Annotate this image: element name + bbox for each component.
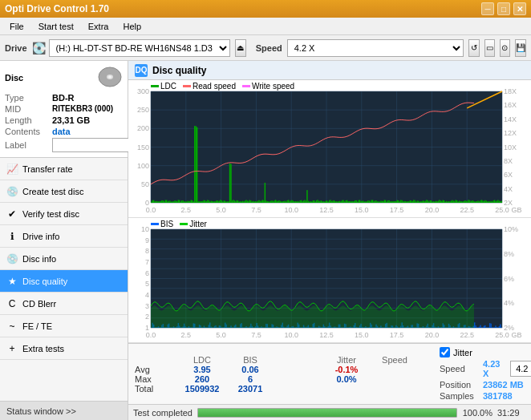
speed-dropdown[interactable]: 4.2 XMax6 X8 X [510, 361, 531, 377]
jitter-legend-label: Jitter [189, 220, 207, 228]
speed-value: 4.23 X [483, 359, 505, 378]
max-spacer [279, 374, 327, 384]
disc-small-icon [97, 66, 123, 90]
sidebar-item-disc-info[interactable]: 💿 Disc info [0, 248, 128, 270]
col-jitter-header: Jitter [327, 355, 375, 365]
menu-file[interactable]: File [3, 20, 30, 33]
type-value: BD-R [52, 93, 75, 103]
label-label: Label [5, 140, 49, 150]
drive-icon: 💽 [32, 42, 46, 55]
sidebar-item-create-test-disc-label: Create test disc [22, 187, 83, 196]
ldc-legend-label: LDC [160, 82, 176, 91]
create-test-disc-icon: 💿 [6, 186, 18, 197]
avg-label: Avg [135, 365, 183, 374]
status-window-label: Status window >> [6, 406, 76, 416]
sidebar-item-cd-blerr[interactable]: C CD Blerr [0, 293, 128, 315]
eject-button[interactable]: ⏏ [235, 39, 246, 57]
progress-label: Test completed [133, 408, 193, 418]
disc-info-icon: 💿 [6, 253, 18, 265]
samples-value: 381788 [483, 391, 523, 401]
main-layout: Disc Type BD-R MID RITEKBR3 (000) Lengt [0, 61, 531, 420]
drive-select[interactable]: (H:) HL-DT-ST BD-RE WH16NS48 1.D3 [49, 39, 230, 57]
drive-info-icon: ℹ [6, 231, 18, 242]
total-ldc: 1509932 [183, 384, 231, 394]
close-button[interactable]: ✕ [513, 2, 526, 15]
ldc-legend-dot [151, 85, 159, 87]
sidebar-item-extra-tests[interactable]: + Extra tests [0, 337, 128, 360]
stats-table-area: LDC BIS Jitter Speed Avg 3.95 0 [135, 355, 424, 394]
window-controls: ─ □ ✕ [481, 2, 526, 15]
sidebar-item-transfer-rate[interactable]: 📈 Transfer rate [0, 158, 128, 180]
charts-container: LDC Read speed Write speed [128, 80, 531, 343]
jitter-checkbox[interactable] [440, 347, 450, 357]
nav-list: 📈 Transfer rate 💿 Create test disc ✔ Ver… [0, 158, 128, 360]
sidebar-item-verify-test-disc-label: Verify test disc [22, 209, 79, 219]
disc-quality-title: Disc quality [152, 65, 206, 76]
disc-quality-header-icon: DQ [135, 64, 148, 77]
sidebar-item-fe-te-label: FE / TE [22, 321, 52, 331]
progress-percent: 100.0% [462, 408, 492, 418]
contents-label: Contents [5, 127, 49, 136]
refresh-button[interactable]: ↺ [468, 39, 480, 57]
app-title: Opti Drive Control 1.70 [5, 3, 109, 14]
drive-label: Drive [5, 43, 27, 53]
menu-extra[interactable]: Extra [82, 20, 116, 33]
col-spacer [279, 355, 327, 365]
menu-help[interactable]: Help [116, 20, 148, 33]
ldc-legend-item: LDC [151, 82, 176, 91]
maximize-button[interactable]: □ [497, 2, 510, 15]
sidebar-item-verify-test-disc[interactable]: ✔ Verify test disc [0, 203, 128, 225]
sidebar-item-fe-te[interactable]: ~ FE / TE [0, 315, 128, 337]
avg-bis: 0.06 [231, 365, 279, 374]
mid-value: RITEKBR3 (000) [52, 104, 113, 114]
minimize-button[interactable]: ─ [481, 2, 494, 15]
disc-section: Disc Type BD-R MID RITEKBR3 (000) Lengt [0, 61, 128, 158]
avg-spacer [279, 365, 327, 374]
col-ldc-header: LDC [183, 355, 231, 365]
read-speed-legend-label: Read speed [193, 82, 236, 91]
erase-button[interactable]: ▭ [484, 39, 495, 57]
total-bis: 23071 [231, 384, 279, 394]
samples-label: Samples [440, 391, 478, 401]
progress-bar-inner [198, 409, 456, 417]
total-label: Total [135, 384, 183, 394]
menubar: File Start test Extra Help [0, 18, 531, 35]
sidebar-item-extra-tests-label: Extra tests [22, 344, 64, 353]
drive-toolbar: Drive 💽 (H:) HL-DT-ST BD-RE WH16NS48 1.D… [0, 35, 531, 61]
avg-jitter: -0.1% [327, 365, 375, 374]
contents-value: data [52, 127, 71, 136]
write-button[interactable]: ⊙ [500, 39, 510, 57]
save-button[interactable]: 💾 [515, 39, 526, 57]
transfer-rate-icon: 📈 [6, 164, 18, 175]
jitter-checkbox-label: Jitter [453, 348, 472, 357]
write-speed-legend-label: Write speed [252, 82, 294, 91]
progress-time: 31:29 [497, 408, 526, 418]
svg-point-2 [108, 76, 111, 79]
speed-select[interactable]: 4.2 X [287, 39, 464, 57]
col-bis-header: BIS [231, 355, 279, 365]
sidebar-item-disc-quality[interactable]: ★ Disc quality [0, 270, 128, 293]
write-speed-legend-dot [242, 85, 250, 87]
status-window-button[interactable]: Status window >> [0, 401, 128, 420]
jitter-checkbox-area: Jitter [440, 347, 531, 357]
extra-tests-icon: + [6, 343, 18, 354]
max-jitter: 0.0% [327, 374, 375, 384]
progress-bar-area: Test completed 100.0% 31:29 [128, 404, 531, 420]
sidebar-item-cd-blerr-label: CD Blerr [22, 299, 56, 309]
menu-start-test[interactable]: Start test [32, 20, 80, 33]
disc-section-title: Disc [5, 73, 23, 83]
titlebar: Opti Drive Control 1.70 ─ □ ✕ [0, 0, 531, 18]
chart2-legend: BIS Jitter [151, 220, 207, 228]
chart2-wrapper: BIS Jitter [128, 218, 531, 343]
avg-ldc: 3.95 [183, 365, 231, 374]
cd-blerr-icon: C [6, 298, 18, 309]
position-label: Position [440, 380, 478, 390]
sidebar-item-create-test-disc[interactable]: 💿 Create test disc [0, 180, 128, 203]
sidebar-item-drive-info[interactable]: ℹ Drive info [0, 225, 128, 248]
col-speed-header: Speed [375, 355, 424, 365]
stats-row: LDC BIS Jitter Speed Avg 3.95 0 [135, 347, 525, 401]
speed-pos-area: Speed 4.23 X 4.2 XMax6 X8 X Position 238… [440, 359, 531, 401]
max-label: Max [135, 374, 183, 384]
speed-row-label: Speed [440, 364, 478, 374]
sidebar: Disc Type BD-R MID RITEKBR3 (000) Lengt [0, 61, 128, 420]
